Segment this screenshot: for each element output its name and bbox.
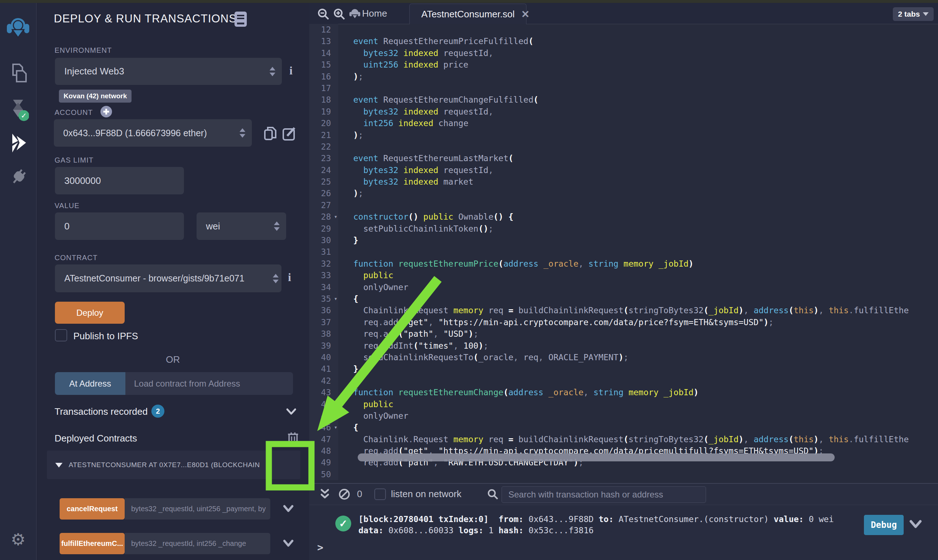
cancel-request-input[interactable]: bytes32 _requestId, uint256 _payment, by xyxy=(125,498,270,520)
contract-doc-icon xyxy=(234,11,248,28)
environment-info-icon[interactable]: i xyxy=(289,64,293,77)
code-lines[interactable]: 1213 event RequestEthereumPriceFulfilled… xyxy=(309,24,938,483)
transaction-log[interactable]: [block:20780401 txIndex:0] from: 0x643..… xyxy=(358,514,834,536)
transactions-chevron-down-icon[interactable] xyxy=(286,408,297,415)
code-line: 32 function requestEthereumPrice(address… xyxy=(309,258,938,269)
zoom-in-icon[interactable] xyxy=(333,8,345,20)
value-unit-select[interactable]: wei xyxy=(197,212,286,240)
terminal-prompt[interactable]: > xyxy=(317,542,323,554)
close-tab-icon[interactable]: ✕ xyxy=(521,8,529,20)
add-account-icon[interactable] xyxy=(100,106,112,118)
code-line: 37 req.add("get", "https://min-api.crypt… xyxy=(309,317,938,328)
expand-function-chevron-icon[interactable] xyxy=(283,505,294,513)
select-spinner-icon xyxy=(274,222,280,231)
fold-caret-icon[interactable]: ▾ xyxy=(334,422,337,433)
code-line: 26 ); xyxy=(309,188,938,199)
code-line: 41 } xyxy=(309,363,938,375)
gas-limit-input[interactable]: 3000000 xyxy=(55,167,184,194)
expand-log-chevron-icon[interactable] xyxy=(909,519,922,529)
cancel-request-button[interactable]: cancelRequest xyxy=(60,498,125,520)
select-spinner-icon xyxy=(240,128,245,138)
trash-icon[interactable] xyxy=(287,431,299,445)
at-address-button[interactable]: At Address xyxy=(55,372,125,395)
expand-terminal-icon[interactable] xyxy=(320,488,330,500)
code-line: 20 int256 indexed change xyxy=(309,117,938,129)
tab-active-file[interactable]: ATestnetConsumer.sol ✕ xyxy=(409,4,526,24)
code-line: 40 sendChainlinkRequestTo(_oracle, req, … xyxy=(309,352,938,363)
editor-tabbar: Home ATestnetConsumer.sol ✕ 2 tabs xyxy=(309,3,938,24)
code-line: 18 event RequestEthereumChangeFulfilled( xyxy=(309,94,938,106)
deploy-and-run-icon[interactable] xyxy=(7,132,29,154)
chevron-down-icon xyxy=(923,12,929,16)
network-badge: Kovan (42) network xyxy=(59,89,132,103)
home-tab-remix-icon xyxy=(349,8,361,20)
account-label: ACCOUNT xyxy=(55,108,93,117)
listen-network-checkbox[interactable] xyxy=(374,488,386,500)
code-line: 14 bytes32 indexed requestId, xyxy=(309,47,938,59)
code-line: 23 event RequestEthereumLastMarket( xyxy=(309,152,938,164)
fulfill-ethereum-button[interactable]: fulfillEthereumC... xyxy=(60,533,125,554)
icon-sidebar: ✓ ⚙ xyxy=(0,3,37,560)
file-explorer-icon[interactable] xyxy=(8,63,28,84)
value-input[interactable]: 0 xyxy=(55,212,184,240)
remix-logo-icon[interactable] xyxy=(6,15,30,40)
debug-button[interactable]: Debug xyxy=(864,515,904,535)
transactions-recorded-label: Transactions recorded xyxy=(55,406,148,417)
fulfill-ethereum-input[interactable]: bytes32 _requestId, int256 _change xyxy=(125,533,270,554)
caret-down-icon[interactable] xyxy=(55,462,63,468)
gas-limit-label: GAS LIMIT xyxy=(55,156,94,165)
solidity-compiler-icon[interactable]: ✓ xyxy=(7,98,29,122)
code-line: 31 xyxy=(309,246,938,258)
code-line: 25 bytes32 indexed market xyxy=(309,176,938,188)
environment-select[interactable]: Injected Web3 xyxy=(55,58,282,85)
editor-area: Home ATestnetConsumer.sol ✕ 2 tabs 1213 … xyxy=(309,3,938,560)
pending-tx-count: 0 xyxy=(357,488,362,500)
terminal-search-input[interactable]: Search with transaction hash or address xyxy=(501,486,706,503)
contract-info-icon[interactable]: i xyxy=(288,271,291,284)
code-line: 36 Chainlink.Request memory req = buildC… xyxy=(309,305,938,316)
account-select[interactable]: 0x643...9F88D (1.666673996 ether) xyxy=(54,119,252,147)
settings-gear-icon[interactable]: ⚙ xyxy=(11,530,25,549)
code-line: 45 onlyOwner xyxy=(309,410,938,422)
code-line: 15 uint256 indexed price xyxy=(309,59,938,71)
code-line: 47 Chainlink.Request memory req = buildC… xyxy=(309,434,938,445)
panel-title: DEPLOY & RUN TRANSACTIONS xyxy=(54,12,237,25)
fold-caret-icon[interactable]: ▾ xyxy=(334,293,337,305)
deployed-contract-title: ATESTNETCONSUMER AT 0X7E7...E80D1 (BLOCK… xyxy=(69,461,260,469)
code-line: 17 xyxy=(309,82,938,94)
fold-caret-icon[interactable]: ▾ xyxy=(334,211,337,223)
tab-home[interactable]: Home xyxy=(362,3,387,24)
at-address-input[interactable]: Load contract from Address xyxy=(125,372,293,395)
terminal: 0 listen on network Search with transact… xyxy=(309,483,938,560)
code-line: 39 req.addInt("times", 100); xyxy=(309,340,938,352)
copy-account-icon[interactable] xyxy=(263,126,277,141)
search-icon xyxy=(487,488,499,500)
plugin-manager-icon[interactable] xyxy=(8,166,28,188)
code-line: 44 public xyxy=(309,398,938,410)
code-line: 35▾ { xyxy=(309,293,938,305)
zoom-out-icon[interactable] xyxy=(317,8,329,20)
remix-ide: ✓ ⚙ DEPLOY & RUN TRANSACTIONS xyxy=(0,0,938,560)
deployed-contracts-label: Deployed Contracts xyxy=(55,433,137,444)
listen-network-label: listen on network xyxy=(391,488,461,500)
expand-function-chevron-icon[interactable] xyxy=(283,539,294,548)
edit-account-icon[interactable] xyxy=(282,126,297,141)
contract-select[interactable]: ATestnetConsumer - browser/gists/9b71e07… xyxy=(55,265,281,292)
deploy-run-panel: DEPLOY & RUN TRANSACTIONS ENVIRONMENT In… xyxy=(37,3,310,560)
code-line: 33 public xyxy=(309,269,938,281)
publish-ipfs-checkbox[interactable] xyxy=(55,329,67,342)
publish-ipfs-label: Publish to IPFS xyxy=(73,331,138,342)
or-divider: OR xyxy=(37,354,309,365)
clear-console-icon[interactable] xyxy=(338,488,351,500)
horizontal-scrollbar[interactable] xyxy=(358,454,835,462)
code-line: 34 onlyOwner xyxy=(309,282,938,293)
deploy-button[interactable]: Deploy xyxy=(55,302,125,324)
select-spinner-icon xyxy=(273,274,278,283)
code-line: 13 event RequestEthereumPriceFulfilled( xyxy=(309,35,938,47)
code-line: 27 xyxy=(309,199,938,211)
code-line: 38 req.add("path", "USD"); xyxy=(309,328,938,340)
deployed-contract-header[interactable]: ATESTNETCONSUMER AT 0X7E7...E80D1 (BLOCK… xyxy=(47,451,300,479)
code-line: 24 bytes32 indexed requestId, xyxy=(309,165,938,176)
tabs-count-badge[interactable]: 2 tabs xyxy=(893,7,934,21)
code-line: 28▾ constructor() public Ownable() { xyxy=(309,211,938,223)
